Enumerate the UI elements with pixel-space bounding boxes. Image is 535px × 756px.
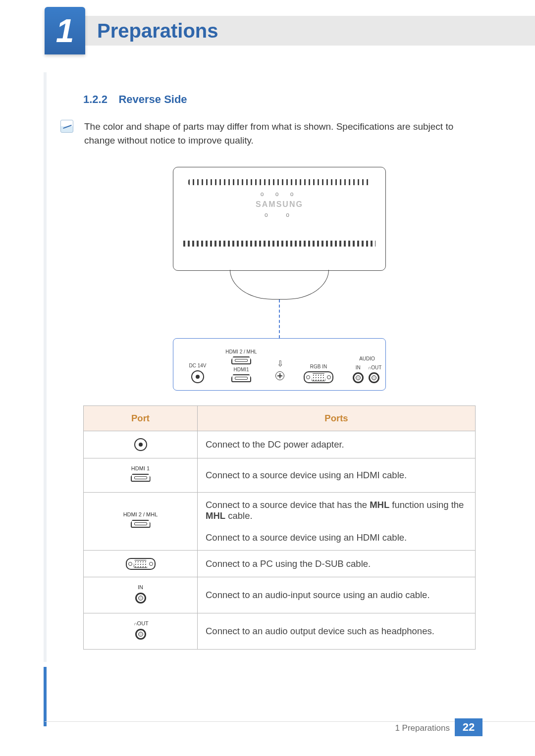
- chapter-number: 1: [56, 12, 74, 50]
- ports-table-header-port: Port: [84, 406, 198, 431]
- ports-panel: DC 14V HDMI 2 / MHL HDMI1 ⇩: [173, 338, 386, 391]
- side-strip-light: [44, 72, 47, 662]
- panel-rgb-label: RGB IN: [296, 364, 341, 369]
- row4-icon: IN: [84, 577, 198, 613]
- hdmi1-port-icon: [231, 374, 251, 382]
- panel-audio-col: AUDIO IN OUT: [345, 356, 389, 383]
- panel-rgb-col: RGB IN: [296, 348, 341, 383]
- content-area: 1.2.2 Reverse Side The color and shape o…: [83, 93, 476, 650]
- row5-icon-label: OUT: [92, 620, 189, 626]
- chapter-title: Preparations: [97, 20, 218, 42]
- ports-table-header-desc: Ports: [198, 406, 476, 431]
- audio-out-jack-icon: [369, 372, 379, 383]
- monitor-stand: [230, 270, 329, 300]
- section-heading: 1.2.2 Reverse Side: [83, 93, 476, 106]
- monitor-back-outline: o o o SAMSUNG o o: [173, 167, 386, 271]
- row3-desc: Connect to a PC using the D-SUB cable.: [198, 551, 476, 577]
- table-row: IN Connect to an audio-input source usin…: [84, 577, 476, 613]
- row0-desc: Connect to the DC power adapter.: [198, 431, 476, 458]
- vesa-top-row: o o o: [183, 191, 375, 197]
- page-number: 22: [455, 718, 482, 736]
- row2-icon: HDMI 2 / MHL: [84, 493, 198, 551]
- note-text: The color and shape of parts may differ …: [84, 120, 476, 147]
- panel-screw-col: ⇩: [268, 359, 292, 383]
- audio-in-jack-icon: [353, 372, 364, 383]
- arrow-down-icon: ⇩: [268, 359, 292, 368]
- row1-desc: Connect to a source device using an HDMI…: [198, 458, 476, 493]
- note-icon: [60, 120, 73, 133]
- footer-chapter-label: 1 Preparations: [395, 723, 450, 733]
- panel-dc-label: DC 14V: [180, 363, 215, 368]
- page: 1 Preparations 1.2.2 Reverse Side The co…: [0, 0, 535, 756]
- row4-desc: Connect to an audio-input source using a…: [198, 577, 476, 613]
- chapter-badge: 1: [45, 7, 85, 54]
- bottom-vent: [183, 241, 375, 247]
- dc-jack-icon: [191, 370, 204, 383]
- panel-audio-group: AUDIO: [345, 356, 389, 361]
- row5-desc: Connect to an audio output device such a…: [198, 613, 476, 650]
- row1-icon: HDMI 1: [84, 458, 198, 493]
- reverse-side-figure: o o o SAMSUNG o o DC 14V HDMI 2 / MHL: [173, 167, 386, 391]
- row1-icon-label: HDMI 1: [92, 465, 189, 471]
- vesa-bottom-row: o o: [183, 212, 375, 218]
- panel-hdmi-col: HDMI 2 / MHL HDMI1: [219, 350, 264, 383]
- hdmi2-port-icon: [231, 356, 251, 364]
- row0-icon: [84, 431, 198, 458]
- row5-icon: OUT: [84, 613, 198, 650]
- panel-hdmi1-label: HDMI1: [219, 367, 264, 372]
- panel-hdmi2-label: HDMI 2 / MHL: [219, 350, 264, 354]
- row4-icon-label: IN: [92, 584, 189, 590]
- row2-icon-label: HDMI 2 / MHL: [92, 511, 189, 517]
- table-row: OUT Connect to an audio output device su…: [84, 613, 476, 650]
- screw-icon: [275, 371, 284, 380]
- footer: 1 Preparations 22: [0, 716, 535, 736]
- ports-table: Port Ports Connect to the DC power adapt…: [83, 405, 476, 650]
- table-row: HDMI 2 / MHL Connect to a source device …: [84, 493, 476, 551]
- table-row: HDMI 1 Connect to a source device using …: [84, 458, 476, 493]
- brand-logo: SAMSUNG: [183, 200, 375, 209]
- panel-dc-col: DC 14V: [180, 347, 215, 383]
- section-number: 1.2.2: [83, 93, 107, 105]
- note-row: The color and shape of parts may differ …: [83, 120, 476, 147]
- panel-audio-in-label: IN: [353, 365, 364, 370]
- section-title: Reverse Side: [118, 93, 187, 105]
- row3-icon: [84, 551, 198, 577]
- callout-line: [279, 300, 280, 338]
- table-row: Connect to a PC using the D-SUB cable.: [84, 551, 476, 577]
- panel-audio-out-label: OUT: [367, 365, 382, 370]
- table-row: Connect to the DC power adapter.: [84, 431, 476, 458]
- vga-port-icon: [304, 371, 333, 383]
- top-vent: [188, 179, 371, 185]
- row2-desc: Connect to a source device that has the …: [198, 493, 476, 551]
